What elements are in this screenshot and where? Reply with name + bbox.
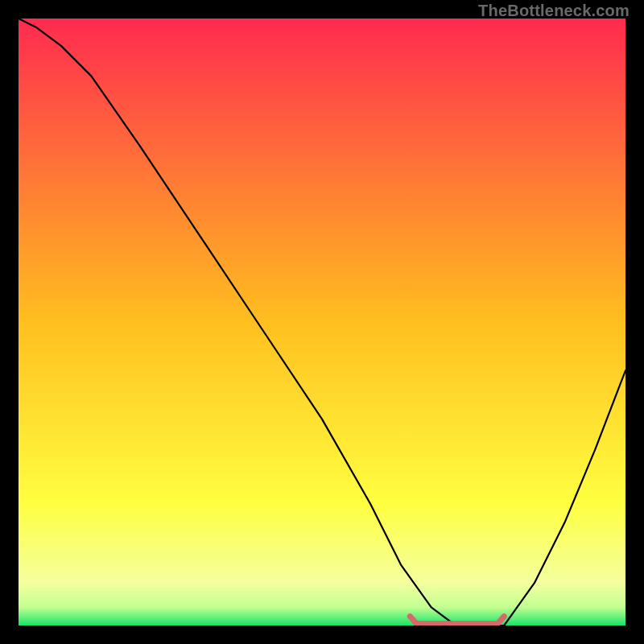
trough-highlight: [410, 617, 504, 624]
watermark-text: TheBottleneck.com: [478, 2, 630, 20]
plot-area: [19, 19, 625, 625]
curve-layer: [19, 19, 625, 625]
bottleneck-curve: [19, 19, 625, 625]
chart-frame: TheBottleneck.com: [0, 0, 644, 644]
